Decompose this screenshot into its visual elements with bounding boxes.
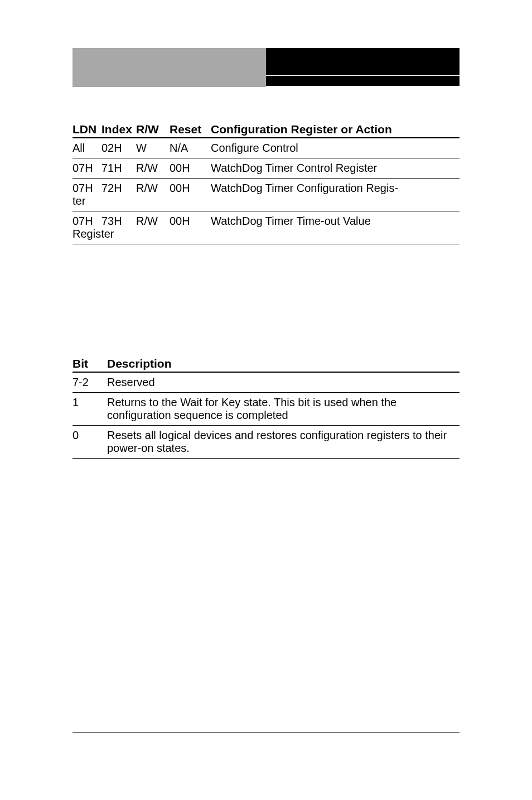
- cell-config: WatchDog Timer Configuration Regis-: [209, 182, 460, 195]
- cell-config: Configure Control: [209, 142, 460, 155]
- page-header: [72, 48, 460, 87]
- cell-description: Resets all logical devices and restores …: [107, 429, 460, 455]
- cell-ldn: 07H: [72, 215, 101, 228]
- cell-ldn: All: [72, 142, 101, 155]
- cell-rw: R/W: [136, 162, 170, 175]
- cell-reset: 00H: [170, 215, 209, 228]
- cell-ldn: 07H: [72, 182, 101, 195]
- header-left-section: [72, 48, 266, 87]
- cell-rw: R/W: [136, 215, 170, 228]
- cell-index: 02H: [101, 142, 136, 155]
- table-row: 0 Resets all logical devices and restore…: [72, 426, 460, 459]
- cell-reset: N/A: [170, 142, 209, 155]
- cell-bit: 7-2: [72, 376, 107, 389]
- cell-ldn: 07H: [72, 162, 101, 175]
- table-row: 07H 73H R/W 00H WatchDog Timer Time-out …: [72, 211, 460, 244]
- register-table: LDN Index R/W Reset Configuration Regist…: [72, 122, 460, 244]
- table-row: 07H 71H R/W 00H WatchDog Timer Control R…: [72, 158, 460, 179]
- bit-description-table: Bit Description 7-2 Reserved 1 Returns t…: [72, 356, 460, 459]
- col-header-index: Index: [101, 123, 136, 136]
- col-header-reset: Reset: [170, 123, 209, 136]
- col-header-rw: R/W: [136, 123, 170, 136]
- cell-bit: 0: [72, 429, 107, 442]
- cell-reset: 00H: [170, 182, 209, 195]
- cell-config-suffix: Register: [72, 228, 460, 240]
- cell-config-suffix: ter: [72, 195, 460, 208]
- table-row: 1 Returns to the Wait for Key state. Thi…: [72, 393, 460, 426]
- cell-index: 71H: [101, 162, 136, 175]
- cell-reset: 00H: [170, 162, 209, 175]
- cell-rw: W: [136, 142, 170, 155]
- col-header-bit: Bit: [72, 357, 107, 370]
- cell-index: 73H: [101, 215, 136, 228]
- col-header-ldn: LDN: [72, 123, 101, 136]
- footer-divider: [72, 732, 460, 734]
- table-row: All 02H W N/A Configure Control: [72, 138, 460, 158]
- cell-bit: 1: [72, 396, 107, 409]
- bit-table-header: Bit Description: [72, 356, 460, 373]
- header-right-section: [266, 48, 460, 87]
- register-table-header: LDN Index R/W Reset Configuration Regist…: [72, 122, 460, 138]
- cell-index: 72H: [101, 182, 136, 195]
- cell-description: Reserved: [107, 376, 460, 389]
- cell-config: WatchDog Timer Time-out Value: [209, 215, 460, 228]
- col-header-config: Configuration Register or Action: [209, 123, 460, 136]
- cell-rw: R/W: [136, 182, 170, 195]
- cell-description: Returns to the Wait for Key state. This …: [107, 396, 460, 422]
- table-row: 7-2 Reserved: [72, 373, 460, 393]
- page-content: LDN Index R/W Reset Configuration Regist…: [72, 112, 460, 459]
- col-header-description: Description: [107, 357, 460, 370]
- table-row: 07H 72H R/W 00H WatchDog Timer Configura…: [72, 179, 460, 211]
- cell-config: WatchDog Timer Control Register: [209, 162, 460, 175]
